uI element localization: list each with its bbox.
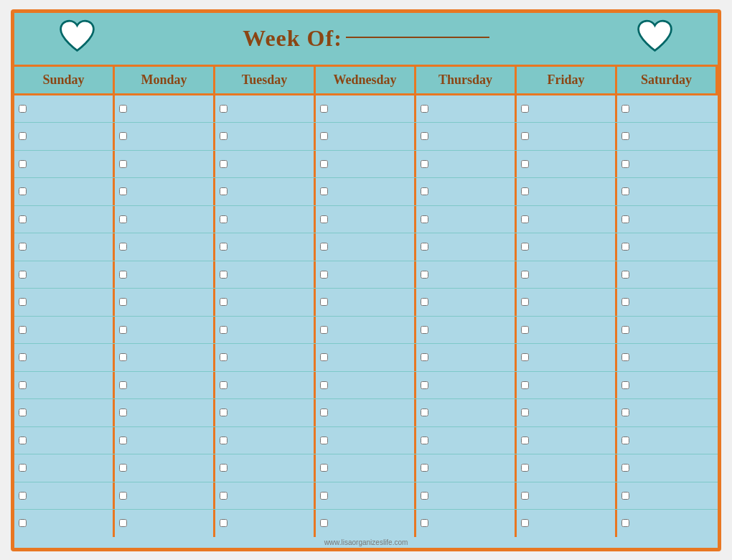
checkbox-row1-day1[interactable] [119, 132, 127, 140]
checkbox-row2-day0[interactable] [19, 160, 27, 168]
checkbox-row11-day0[interactable] [19, 409, 27, 416]
checkbox-row9-day0[interactable] [19, 353, 27, 361]
checkbox-row6-day0[interactable] [19, 271, 27, 279]
checkbox-row7-day5[interactable] [521, 298, 529, 306]
checkbox-row15-day4[interactable] [421, 519, 428, 527]
checkbox-row0-day3[interactable] [320, 105, 328, 113]
checkbox-row2-day4[interactable] [421, 160, 428, 168]
checkbox-row5-day5[interactable] [521, 243, 529, 251]
checkbox-row0-day0[interactable] [19, 105, 27, 113]
checkbox-row14-day5[interactable] [521, 492, 529, 500]
checkbox-row13-day6[interactable] [621, 464, 629, 472]
checkbox-row7-day3[interactable] [320, 298, 328, 306]
checkbox-row2-day6[interactable] [621, 160, 629, 168]
checkbox-row0-day5[interactable] [521, 105, 529, 113]
checkbox-row11-day5[interactable] [521, 409, 529, 416]
checkbox-row7-day4[interactable] [421, 298, 428, 306]
checkbox-row11-day3[interactable] [320, 409, 328, 416]
checkbox-row9-day6[interactable] [621, 353, 629, 361]
checkbox-row7-day6[interactable] [621, 298, 629, 306]
checkbox-row10-day6[interactable] [621, 381, 629, 389]
checkbox-row0-day4[interactable] [421, 105, 428, 113]
checkbox-row14-day2[interactable] [220, 492, 227, 500]
checkbox-row12-day5[interactable] [521, 437, 529, 444]
checkbox-row4-day1[interactable] [119, 215, 127, 223]
checkbox-row5-day3[interactable] [320, 243, 328, 251]
checkbox-row6-day4[interactable] [421, 271, 428, 279]
checkbox-row6-day5[interactable] [521, 271, 529, 279]
checkbox-row1-day0[interactable] [19, 132, 27, 140]
checkbox-row12-day0[interactable] [19, 437, 27, 444]
checkbox-row10-day0[interactable] [19, 381, 27, 389]
checkbox-row4-day3[interactable] [320, 215, 328, 223]
checkbox-row13-day3[interactable] [320, 464, 328, 472]
checkbox-row8-day1[interactable] [119, 326, 127, 334]
checkbox-row15-day5[interactable] [521, 519, 529, 527]
checkbox-row5-day1[interactable] [119, 243, 127, 251]
checkbox-row9-day2[interactable] [220, 353, 227, 361]
checkbox-row9-day5[interactable] [521, 353, 529, 361]
checkbox-row6-day6[interactable] [621, 271, 629, 279]
checkbox-row9-day3[interactable] [320, 353, 328, 361]
checkbox-row11-day1[interactable] [119, 409, 127, 416]
checkbox-row10-day4[interactable] [421, 381, 428, 389]
checkbox-row10-day3[interactable] [320, 381, 328, 389]
checkbox-row7-day0[interactable] [19, 298, 27, 306]
checkbox-row13-day4[interactable] [421, 464, 428, 472]
checkbox-row11-day4[interactable] [421, 409, 428, 416]
checkbox-row4-day2[interactable] [220, 215, 227, 223]
checkbox-row3-day2[interactable] [220, 187, 227, 195]
checkbox-row1-day5[interactable] [521, 132, 529, 140]
checkbox-row0-day1[interactable] [119, 105, 127, 113]
checkbox-row3-day6[interactable] [621, 187, 629, 195]
checkbox-row12-day3[interactable] [320, 437, 328, 444]
checkbox-row0-day2[interactable] [220, 105, 227, 113]
checkbox-row0-day6[interactable] [621, 105, 629, 113]
checkbox-row7-day1[interactable] [119, 298, 127, 306]
checkbox-row11-day6[interactable] [621, 409, 629, 416]
checkbox-row8-day3[interactable] [320, 326, 328, 334]
checkbox-row4-day5[interactable] [521, 215, 529, 223]
checkbox-row14-day6[interactable] [621, 492, 629, 500]
checkbox-row8-day6[interactable] [621, 326, 629, 334]
checkbox-row7-day2[interactable] [220, 298, 227, 306]
checkbox-row1-day3[interactable] [320, 132, 328, 140]
checkbox-row8-day2[interactable] [220, 326, 227, 334]
checkbox-row5-day4[interactable] [421, 243, 428, 251]
checkbox-row15-day6[interactable] [621, 519, 629, 527]
checkbox-row1-day4[interactable] [421, 132, 428, 140]
checkbox-row3-day4[interactable] [421, 187, 428, 195]
checkbox-row3-day1[interactable] [119, 187, 127, 195]
checkbox-row6-day3[interactable] [320, 271, 328, 279]
checkbox-row5-day2[interactable] [220, 243, 227, 251]
checkbox-row2-day2[interactable] [220, 160, 227, 168]
checkbox-row2-day5[interactable] [521, 160, 529, 168]
checkbox-row15-day0[interactable] [19, 519, 27, 527]
checkbox-row12-day1[interactable] [119, 437, 127, 444]
checkbox-row2-day1[interactable] [119, 160, 127, 168]
checkbox-row14-day0[interactable] [19, 492, 27, 500]
checkbox-row15-day1[interactable] [119, 519, 127, 527]
checkbox-row9-day4[interactable] [421, 353, 428, 361]
checkbox-row5-day6[interactable] [621, 243, 629, 251]
checkbox-row3-day5[interactable] [521, 187, 529, 195]
checkbox-row13-day2[interactable] [220, 464, 227, 472]
checkbox-row10-day5[interactable] [521, 381, 529, 389]
checkbox-row6-day1[interactable] [119, 271, 127, 279]
checkbox-row4-day4[interactable] [421, 215, 428, 223]
checkbox-row12-day4[interactable] [421, 437, 428, 444]
checkbox-row2-day3[interactable] [320, 160, 328, 168]
checkbox-row10-day2[interactable] [220, 381, 227, 389]
checkbox-row4-day6[interactable] [621, 215, 629, 223]
checkbox-row13-day0[interactable] [19, 464, 27, 472]
checkbox-row8-day4[interactable] [421, 326, 428, 334]
checkbox-row1-day2[interactable] [220, 132, 227, 140]
checkbox-row6-day2[interactable] [220, 271, 227, 279]
checkbox-row12-day6[interactable] [621, 437, 629, 444]
checkbox-row8-day5[interactable] [521, 326, 529, 334]
checkbox-row10-day1[interactable] [119, 381, 127, 389]
checkbox-row11-day2[interactable] [220, 409, 227, 416]
checkbox-row1-day6[interactable] [621, 132, 629, 140]
checkbox-row13-day1[interactable] [119, 464, 127, 472]
checkbox-row3-day0[interactable] [19, 187, 27, 195]
